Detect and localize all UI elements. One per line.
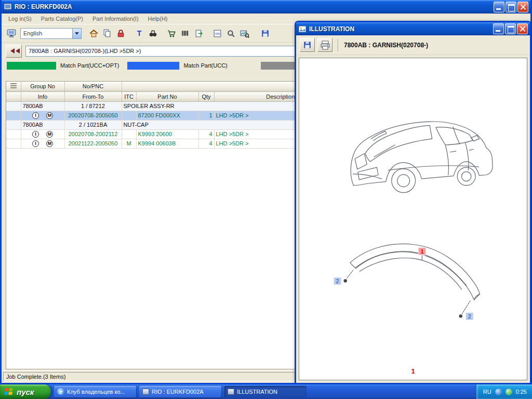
- tray-icon-antivirus[interactable]: [506, 389, 512, 395]
- col-header-from-to[interactable]: From-To: [64, 91, 122, 101]
- gear-search-icon[interactable]: [224, 26, 237, 40]
- lock-icon[interactable]: [114, 26, 127, 40]
- cell-from-to: 20021122-2005050: [64, 139, 122, 148]
- svg-text:2: 2: [468, 314, 471, 320]
- svg-text:VIN: VIN: [215, 32, 220, 35]
- cell-part-no: K9994 00603B: [136, 139, 198, 148]
- cell-group-no: 7800AB: [21, 101, 64, 111]
- illustration-window-title: ILLUSTRATION: [309, 25, 492, 33]
- rio-app-icon: [142, 389, 149, 395]
- menu-login[interactable]: Log in(S): [4, 15, 36, 23]
- menu-part-information[interactable]: Part Information(I): [88, 15, 143, 23]
- start-button[interactable]: пуск: [0, 384, 51, 399]
- col-header-part-no[interactable]: Part No: [136, 91, 198, 101]
- close-button[interactable]: [517, 2, 528, 12]
- cell-qty: 4: [198, 139, 214, 148]
- callout-2-right[interactable]: 2: [466, 313, 473, 320]
- binoculars-icon[interactable]: [146, 26, 159, 40]
- cell-no-pnc: 1 / 87212: [64, 101, 122, 111]
- main-titlebar[interactable]: RIO : EURKFD002A: [2, 0, 530, 14]
- info-m-icon[interactable]: M: [46, 131, 53, 138]
- app-icon: [4, 3, 12, 11]
- tray-clock: 0:25: [516, 389, 527, 395]
- taskbar: пуск e Клуб владельцев ко... RIO : EURKF…: [0, 384, 532, 399]
- info-i-icon[interactable]: I: [32, 140, 39, 147]
- legend-green-swatch: [7, 62, 56, 70]
- illustration-maximize-button[interactable]: [505, 23, 516, 34]
- info-i-icon[interactable]: I: [32, 112, 39, 119]
- cell-qty: 1: [198, 111, 214, 120]
- minimize-button[interactable]: [494, 2, 504, 12]
- grid-menu-icon: [10, 83, 17, 84]
- cell-info: IM: [21, 111, 64, 120]
- info-i-icon[interactable]: I: [32, 131, 39, 138]
- col-header-no-pnc[interactable]: No/PNC: [64, 82, 122, 91]
- legend-green-label: Match Part(UCC+OPT): [60, 62, 119, 69]
- back-button[interactable]: [6, 45, 22, 58]
- part-path-input[interactable]: 7800AB : GARNISH(020708-)(LHD >5DR >): [25, 46, 296, 57]
- menu-help[interactable]: Help(H): [143, 15, 172, 23]
- col-header-qty[interactable]: Qty: [198, 91, 214, 101]
- illustration-app-icon: [228, 389, 234, 395]
- status-text: Job Complete.(3 Items): [6, 374, 65, 380]
- car-drawing: [327, 99, 499, 215]
- menu-parts-catalog[interactable]: Parts Catalog(P): [36, 15, 88, 23]
- cell-itc: [122, 129, 136, 139]
- callout-1[interactable]: 1: [418, 247, 426, 255]
- save-icon[interactable]: [258, 26, 272, 40]
- illustration-titlebar[interactable]: ILLUSTRATION: [296, 22, 530, 35]
- text-size-icon[interactable]: T: [132, 26, 146, 40]
- copy-icon[interactable]: [100, 26, 114, 40]
- spoiler-drawing: 1 2 2: [332, 233, 494, 336]
- tray-language-indicator[interactable]: RU: [483, 389, 491, 395]
- illustration-print-button[interactable]: [317, 38, 332, 52]
- cell-part-no: K9993 20600: [136, 129, 198, 139]
- illustration-toolbar: 7800AB : GARNISH(020708-): [296, 35, 530, 55]
- info-m-icon[interactable]: M: [46, 112, 53, 119]
- callout-2-left[interactable]: 2: [334, 277, 341, 285]
- illustration-minimize-button[interactable]: [493, 23, 504, 34]
- start-label: пуск: [17, 388, 34, 396]
- image-search-icon[interactable]: [237, 26, 251, 40]
- illustration-close-button[interactable]: [517, 23, 528, 34]
- cell-itc: M: [122, 139, 136, 148]
- export-icon[interactable]: [192, 26, 205, 40]
- language-select[interactable]: English: [20, 28, 82, 39]
- tray-icon-network[interactable]: [495, 389, 502, 395]
- combo-arrow-icon[interactable]: [72, 29, 81, 38]
- illustration-canvas[interactable]: 1 2 2 1: [299, 58, 527, 380]
- ie-icon: e: [57, 388, 64, 395]
- vin-icon[interactable]: VIN: [210, 26, 224, 40]
- taskbar-button-rio[interactable]: RIO : EURKFD002A: [139, 386, 221, 397]
- monitor-icon[interactable]: [5, 26, 18, 40]
- nut-left: [343, 279, 347, 282]
- svg-text:1: 1: [421, 249, 424, 255]
- legend-blue-label: Match Part(UCC): [183, 62, 227, 69]
- cell-part-no: 87200 FD000XX: [136, 111, 198, 120]
- col-header-itc[interactable]: ITC: [122, 91, 136, 101]
- language-value: English: [23, 30, 42, 36]
- cell-itc: [122, 111, 136, 120]
- illustration-window: ILLUSTRATION 7800AB : GARNISH(020708-): [295, 21, 531, 384]
- main-window-title: RIO : EURKFD002A: [15, 3, 493, 10]
- cart-icon[interactable]: [165, 26, 178, 40]
- taskbar-button-browser[interactable]: e Клуб владельцев ко...: [54, 386, 136, 397]
- printer-icon: [320, 40, 330, 50]
- nut-right: [459, 314, 462, 317]
- toolbar-separator: [338, 39, 339, 51]
- col-header-info[interactable]: Info: [21, 91, 64, 101]
- home-icon[interactable]: [87, 26, 100, 40]
- barcode-icon[interactable]: [178, 26, 192, 40]
- illustration-save-button[interactable]: [300, 38, 315, 52]
- maximize-button[interactable]: [506, 2, 516, 12]
- taskbar-button-illustration[interactable]: ILLUSTRATION: [224, 386, 307, 397]
- cell-no-pnc: 2 / 1021BA: [64, 120, 122, 129]
- grid-menu-cell[interactable]: [6, 82, 21, 91]
- cell-from-to: 20020708-2002112: [64, 129, 122, 139]
- cell-qty: 4: [198, 129, 214, 139]
- windows-logo-icon: [4, 388, 14, 396]
- info-m-icon[interactable]: M: [46, 140, 53, 147]
- col-header-group-no[interactable]: Group No: [21, 82, 64, 91]
- illustration-icon: [298, 25, 307, 33]
- cell-group-no: 7800AB: [21, 120, 64, 129]
